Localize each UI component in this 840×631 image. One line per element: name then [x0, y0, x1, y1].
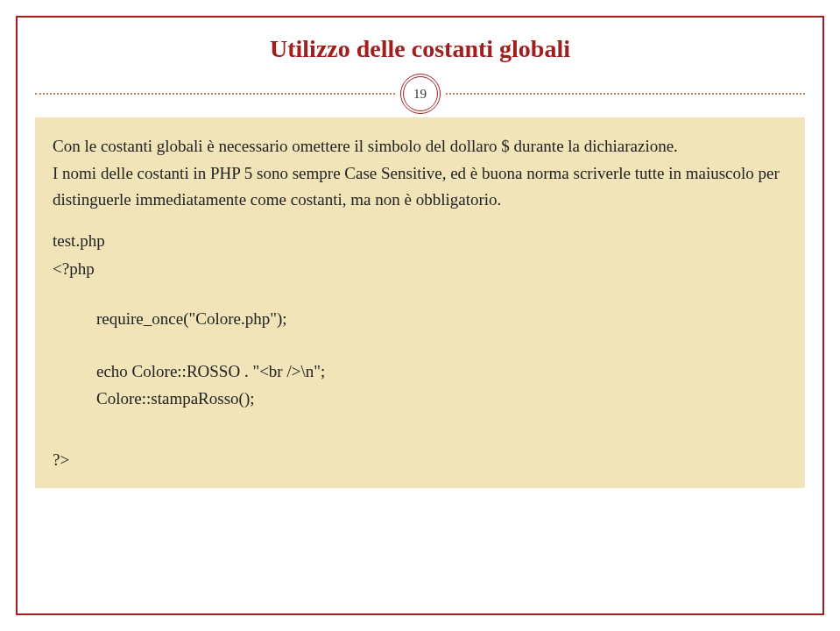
paragraph-1: Con le costanti globali è necessario ome… [53, 133, 787, 159]
divider-row: 19 [35, 74, 805, 114]
page-number-badge: 19 [400, 74, 441, 114]
dotted-line-left [35, 93, 395, 95]
php-open-tag: <?php [53, 256, 787, 281]
body-panel: Con le costanti globali è necessario ome… [35, 117, 805, 488]
code-line-call: Colore::stampaRosso(); [96, 386, 787, 411]
dotted-line-right [446, 93, 806, 95]
paragraph-2: I nomi delle costanti in PHP 5 sono semp… [53, 160, 787, 212]
code-block: require_once("Colore.php"); echo Colore:… [96, 306, 787, 411]
php-close-tag: ?> [53, 447, 787, 472]
code-line-echo: echo Colore::ROSSO . "<br />\n"; [96, 358, 787, 384]
file-label: test.php [53, 228, 787, 253]
code-line-require: require_once("Colore.php"); [96, 306, 787, 331]
slide-title: Utilizzo delle costanti globali [35, 35, 805, 63]
page-number: 19 [413, 87, 427, 102]
slide-content: Utilizzo delle costanti globali 19 Con l… [35, 35, 805, 596]
